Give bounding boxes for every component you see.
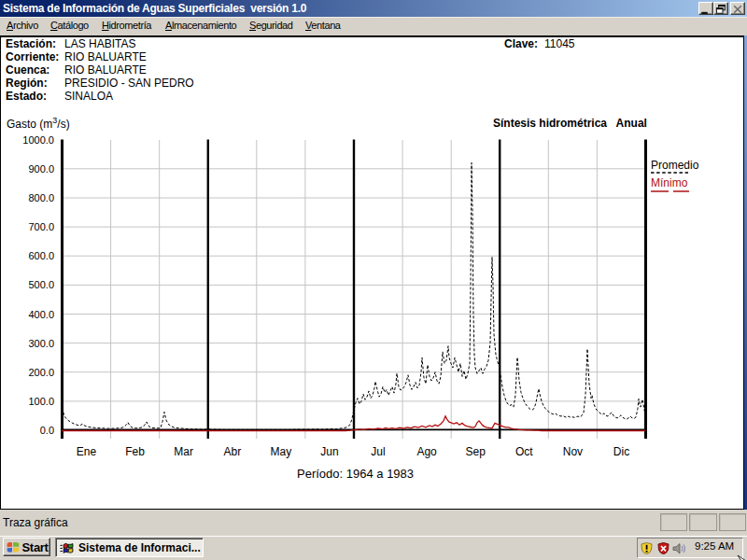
svg-text:Ago: Ago <box>416 445 437 458</box>
svg-text:500.0: 500.0 <box>28 279 54 290</box>
svg-text:100.0: 100.0 <box>28 396 54 407</box>
svg-text:900.0: 900.0 <box>28 163 54 175</box>
svg-text:700.0: 700.0 <box>28 221 54 232</box>
svg-text:Jul: Jul <box>371 445 385 458</box>
svg-text:800.0: 800.0 <box>28 192 54 203</box>
svg-text:May: May <box>271 445 292 458</box>
svg-text:Mar: Mar <box>174 445 193 458</box>
svg-text:0.0: 0.0 <box>40 425 54 436</box>
svg-text:400.0: 400.0 <box>28 309 54 320</box>
svg-text:Abr: Abr <box>223 445 241 458</box>
svg-text:Oct: Oct <box>515 445 533 458</box>
svg-text:300.0: 300.0 <box>28 338 54 349</box>
svg-text:Dic: Dic <box>613 445 629 458</box>
svg-text:600.0: 600.0 <box>28 250 54 261</box>
svg-text:Ene: Ene <box>77 445 97 458</box>
svg-text:Jun: Jun <box>320 445 338 458</box>
svg-text:Feb: Feb <box>125 445 145 458</box>
svg-text:Sep: Sep <box>466 445 486 458</box>
svg-text:Nov: Nov <box>563 445 583 458</box>
svg-text:200.0: 200.0 <box>28 367 54 378</box>
svg-text:1000.0: 1000.0 <box>22 134 54 146</box>
